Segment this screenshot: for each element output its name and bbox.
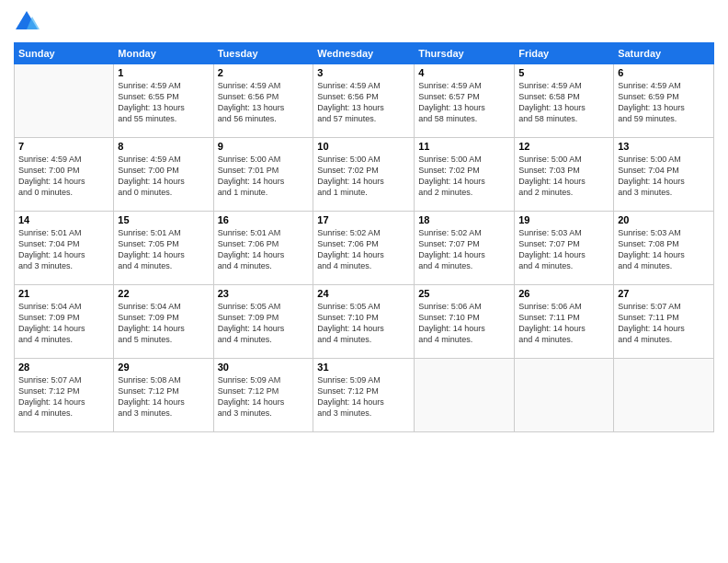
calendar-header-saturday: Saturday <box>614 43 714 64</box>
calendar-cell: 7Sunrise: 4:59 AM Sunset: 7:00 PM Daylig… <box>15 138 114 212</box>
calendar-cell: 28Sunrise: 5:07 AM Sunset: 7:12 PM Dayli… <box>15 359 114 432</box>
day-info: Sunrise: 5:07 AM Sunset: 7:11 PM Dayligh… <box>618 301 710 346</box>
calendar-cell: 13Sunrise: 5:00 AM Sunset: 7:04 PM Dayli… <box>614 138 714 212</box>
calendar-cell: 2Sunrise: 4:59 AM Sunset: 6:56 PM Daylig… <box>213 64 313 138</box>
calendar-cell <box>15 64 114 138</box>
day-number: 26 <box>518 288 609 299</box>
day-number: 21 <box>18 288 109 299</box>
day-number: 13 <box>618 141 710 152</box>
day-info: Sunrise: 5:05 AM Sunset: 7:10 PM Dayligh… <box>317 301 410 346</box>
calendar-cell: 5Sunrise: 4:59 AM Sunset: 6:58 PM Daylig… <box>515 64 614 138</box>
day-number: 9 <box>218 141 310 152</box>
day-info: Sunrise: 5:09 AM Sunset: 7:12 PM Dayligh… <box>218 374 310 419</box>
calendar-cell: 30Sunrise: 5:09 AM Sunset: 7:12 PM Dayli… <box>213 359 313 432</box>
day-number: 8 <box>118 141 209 152</box>
day-number: 12 <box>518 141 609 152</box>
day-info: Sunrise: 5:03 AM Sunset: 7:07 PM Dayligh… <box>518 227 609 272</box>
day-number: 4 <box>418 67 510 78</box>
day-number: 17 <box>317 214 410 225</box>
calendar-cell: 15Sunrise: 5:01 AM Sunset: 7:05 PM Dayli… <box>114 212 213 285</box>
day-info: Sunrise: 5:00 AM Sunset: 7:03 PM Dayligh… <box>518 154 609 199</box>
calendar-cell <box>415 359 515 432</box>
calendar-header-wednesday: Wednesday <box>313 43 415 64</box>
day-info: Sunrise: 5:05 AM Sunset: 7:09 PM Dayligh… <box>218 301 310 346</box>
day-info: Sunrise: 5:09 AM Sunset: 7:12 PM Dayligh… <box>317 374 410 419</box>
day-number: 2 <box>218 67 310 78</box>
day-info: Sunrise: 5:04 AM Sunset: 7:09 PM Dayligh… <box>118 301 209 346</box>
day-info: Sunrise: 4:59 AM Sunset: 6:59 PM Dayligh… <box>618 80 710 125</box>
day-number: 7 <box>18 141 109 152</box>
day-number: 15 <box>118 214 209 225</box>
day-info: Sunrise: 4:59 AM Sunset: 7:00 PM Dayligh… <box>18 154 109 199</box>
day-info: Sunrise: 4:59 AM Sunset: 6:56 PM Dayligh… <box>218 80 310 125</box>
day-info: Sunrise: 5:00 AM Sunset: 7:02 PM Dayligh… <box>317 154 410 199</box>
day-number: 29 <box>118 362 209 373</box>
calendar-week-row: 1Sunrise: 4:59 AM Sunset: 6:55 PM Daylig… <box>15 64 714 138</box>
day-info: Sunrise: 5:00 AM Sunset: 7:01 PM Dayligh… <box>218 154 310 199</box>
day-number: 1 <box>118 67 209 78</box>
day-info: Sunrise: 4:59 AM Sunset: 6:55 PM Dayligh… <box>118 80 209 125</box>
day-info: Sunrise: 4:59 AM Sunset: 6:56 PM Dayligh… <box>317 80 410 125</box>
day-info: Sunrise: 5:07 AM Sunset: 7:12 PM Dayligh… <box>18 374 109 419</box>
day-number: 30 <box>218 362 310 373</box>
calendar-header-friday: Friday <box>515 43 614 64</box>
calendar-table: SundayMondayTuesdayWednesdayThursdayFrid… <box>14 42 714 432</box>
calendar-cell: 23Sunrise: 5:05 AM Sunset: 7:09 PM Dayli… <box>213 285 313 359</box>
calendar-header-tuesday: Tuesday <box>213 43 313 64</box>
calendar-cell: 16Sunrise: 5:01 AM Sunset: 7:06 PM Dayli… <box>213 212 313 285</box>
day-number: 5 <box>518 67 609 78</box>
calendar-cell <box>614 359 714 432</box>
calendar-cell <box>515 359 614 432</box>
day-info: Sunrise: 5:00 AM Sunset: 7:04 PM Dayligh… <box>618 154 710 199</box>
day-number: 11 <box>418 141 510 152</box>
day-info: Sunrise: 5:01 AM Sunset: 7:04 PM Dayligh… <box>18 227 109 272</box>
day-info: Sunrise: 5:06 AM Sunset: 7:11 PM Dayligh… <box>518 301 609 346</box>
calendar-cell: 24Sunrise: 5:05 AM Sunset: 7:10 PM Dayli… <box>313 285 415 359</box>
calendar-cell: 12Sunrise: 5:00 AM Sunset: 7:03 PM Dayli… <box>515 138 614 212</box>
day-number: 27 <box>618 288 710 299</box>
calendar-cell: 17Sunrise: 5:02 AM Sunset: 7:06 PM Dayli… <box>313 212 415 285</box>
logo <box>14 9 43 35</box>
day-number: 14 <box>18 214 109 225</box>
day-number: 6 <box>618 67 710 78</box>
calendar-cell: 11Sunrise: 5:00 AM Sunset: 7:02 PM Dayli… <box>415 138 515 212</box>
calendar-cell: 29Sunrise: 5:08 AM Sunset: 7:12 PM Dayli… <box>114 359 213 432</box>
calendar-week-row: 7Sunrise: 4:59 AM Sunset: 7:00 PM Daylig… <box>15 138 714 212</box>
calendar-week-row: 14Sunrise: 5:01 AM Sunset: 7:04 PM Dayli… <box>15 212 714 285</box>
calendar-cell: 18Sunrise: 5:02 AM Sunset: 7:07 PM Dayli… <box>415 212 515 285</box>
calendar-cell: 27Sunrise: 5:07 AM Sunset: 7:11 PM Dayli… <box>614 285 714 359</box>
day-number: 22 <box>118 288 209 299</box>
calendar-header-sunday: Sunday <box>15 43 114 64</box>
calendar-cell: 6Sunrise: 4:59 AM Sunset: 6:59 PM Daylig… <box>614 64 714 138</box>
calendar-header-monday: Monday <box>114 43 213 64</box>
day-number: 28 <box>18 362 109 373</box>
calendar-cell: 3Sunrise: 4:59 AM Sunset: 6:56 PM Daylig… <box>313 64 415 138</box>
calendar-week-row: 21Sunrise: 5:04 AM Sunset: 7:09 PM Dayli… <box>15 285 714 359</box>
calendar-cell: 25Sunrise: 5:06 AM Sunset: 7:10 PM Dayli… <box>415 285 515 359</box>
day-number: 18 <box>418 214 510 225</box>
calendar-cell: 26Sunrise: 5:06 AM Sunset: 7:11 PM Dayli… <box>515 285 614 359</box>
day-info: Sunrise: 5:03 AM Sunset: 7:08 PM Dayligh… <box>618 227 710 272</box>
calendar-cell: 14Sunrise: 5:01 AM Sunset: 7:04 PM Dayli… <box>15 212 114 285</box>
day-number: 23 <box>218 288 310 299</box>
day-info: Sunrise: 5:02 AM Sunset: 7:06 PM Dayligh… <box>317 227 410 272</box>
day-number: 31 <box>317 362 410 373</box>
day-number: 16 <box>218 214 310 225</box>
calendar-cell: 9Sunrise: 5:00 AM Sunset: 7:01 PM Daylig… <box>213 138 313 212</box>
day-info: Sunrise: 5:01 AM Sunset: 7:05 PM Dayligh… <box>118 227 209 272</box>
calendar-cell: 31Sunrise: 5:09 AM Sunset: 7:12 PM Dayli… <box>313 359 415 432</box>
calendar-week-row: 28Sunrise: 5:07 AM Sunset: 7:12 PM Dayli… <box>15 359 714 432</box>
calendar-cell: 4Sunrise: 4:59 AM Sunset: 6:57 PM Daylig… <box>415 64 515 138</box>
day-info: Sunrise: 4:59 AM Sunset: 7:00 PM Dayligh… <box>118 154 209 199</box>
day-info: Sunrise: 5:04 AM Sunset: 7:09 PM Dayligh… <box>18 301 109 346</box>
day-number: 24 <box>317 288 410 299</box>
calendar-cell: 8Sunrise: 4:59 AM Sunset: 7:00 PM Daylig… <box>114 138 213 212</box>
day-number: 3 <box>317 67 410 78</box>
calendar-cell: 10Sunrise: 5:00 AM Sunset: 7:02 PM Dayli… <box>313 138 415 212</box>
day-info: Sunrise: 4:59 AM Sunset: 6:58 PM Dayligh… <box>518 80 609 125</box>
main-container: SundayMondayTuesdayWednesdayThursdayFrid… <box>0 0 728 563</box>
calendar-cell: 19Sunrise: 5:03 AM Sunset: 7:07 PM Dayli… <box>515 212 614 285</box>
day-info: Sunrise: 5:08 AM Sunset: 7:12 PM Dayligh… <box>118 374 209 419</box>
logo-icon <box>14 9 40 35</box>
day-number: 20 <box>618 214 710 225</box>
